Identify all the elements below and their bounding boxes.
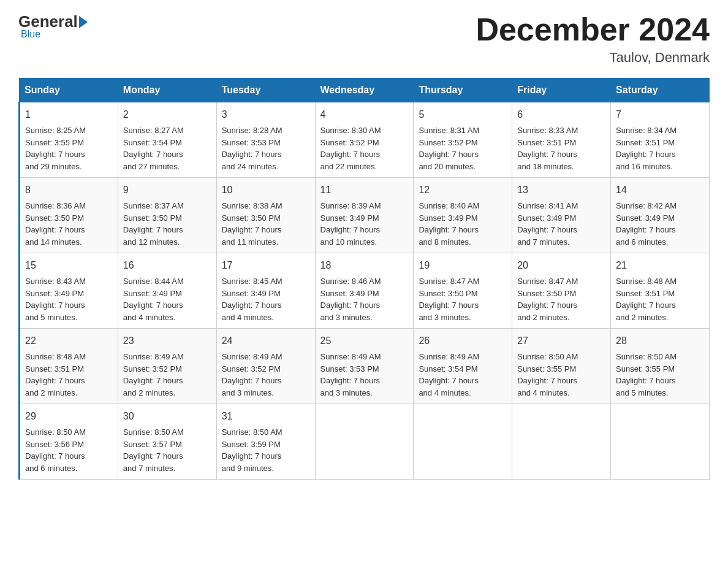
day-number: 9: [123, 183, 211, 197]
day-number: 7: [616, 107, 704, 122]
day-number: 17: [222, 258, 310, 273]
day-info: Sunrise: 8:38 AMSunset: 3:50 PMDaylight:…: [222, 200, 310, 248]
day-cell: 19Sunrise: 8:47 AMSunset: 3:50 PMDayligh…: [414, 253, 512, 329]
day-cell: 15Sunrise: 8:43 AMSunset: 3:49 PMDayligh…: [20, 253, 118, 329]
day-cell: 11Sunrise: 8:39 AMSunset: 3:49 PMDayligh…: [315, 178, 414, 253]
day-info: Sunrise: 8:41 AMSunset: 3:49 PMDaylight:…: [517, 200, 605, 248]
day-cell: 9Sunrise: 8:37 AMSunset: 3:50 PMDaylight…: [118, 178, 216, 253]
day-info: Sunrise: 8:50 AMSunset: 3:57 PMDaylight:…: [123, 426, 211, 474]
month-title: December 2024: [476, 12, 710, 47]
day-cell: [414, 404, 512, 480]
location: Taulov, Denmark: [476, 50, 710, 66]
day-cell: 14Sunrise: 8:42 AMSunset: 3:49 PMDayligh…: [611, 178, 710, 253]
day-cell: [512, 404, 611, 480]
day-info: Sunrise: 8:42 AMSunset: 3:49 PMDaylight:…: [616, 200, 704, 248]
header-tuesday: Tuesday: [216, 79, 315, 102]
day-number: 25: [320, 334, 409, 348]
day-info: Sunrise: 8:50 AMSunset: 3:55 PMDaylight:…: [616, 351, 704, 399]
day-cell: 30Sunrise: 8:50 AMSunset: 3:57 PMDayligh…: [118, 404, 216, 480]
day-number: 26: [419, 334, 507, 348]
day-number: 24: [222, 334, 310, 348]
day-info: Sunrise: 8:28 AMSunset: 3:53 PMDaylight:…: [222, 124, 310, 172]
day-cell: 7Sunrise: 8:34 AMSunset: 3:51 PMDaylight…: [611, 102, 710, 178]
day-info: Sunrise: 8:47 AMSunset: 3:50 PMDaylight:…: [517, 275, 605, 323]
day-info: Sunrise: 8:50 AMSunset: 3:56 PMDaylight:…: [25, 426, 113, 474]
day-number: 21: [616, 258, 704, 273]
header-wednesday: Wednesday: [315, 79, 414, 102]
day-number: 6: [517, 107, 605, 122]
day-number: 4: [320, 107, 409, 122]
day-number: 3: [222, 107, 310, 122]
day-info: Sunrise: 8:39 AMSunset: 3:49 PMDaylight:…: [320, 200, 409, 248]
day-number: 18: [320, 258, 409, 273]
day-number: 1: [25, 107, 113, 122]
day-cell: 21Sunrise: 8:48 AMSunset: 3:51 PMDayligh…: [611, 253, 710, 329]
day-cell: 6Sunrise: 8:33 AMSunset: 3:51 PMDaylight…: [512, 102, 611, 178]
calendar-table: SundayMondayTuesdayWednesdayThursdayFrid…: [18, 78, 710, 480]
day-number: 29: [25, 409, 113, 424]
day-number: 30: [123, 409, 211, 424]
day-info: Sunrise: 8:34 AMSunset: 3:51 PMDaylight:…: [616, 124, 704, 172]
day-info: Sunrise: 8:50 AMSunset: 3:55 PMDaylight:…: [517, 351, 605, 399]
day-cell: 10Sunrise: 8:38 AMSunset: 3:50 PMDayligh…: [216, 178, 315, 253]
day-cell: 3Sunrise: 8:28 AMSunset: 3:53 PMDaylight…: [216, 102, 315, 178]
day-info: Sunrise: 8:45 AMSunset: 3:49 PMDaylight:…: [222, 275, 310, 323]
day-number: 22: [25, 334, 113, 348]
day-cell: 1Sunrise: 8:25 AMSunset: 3:55 PMDaylight…: [20, 102, 118, 178]
day-info: Sunrise: 8:50 AMSunset: 3:59 PMDaylight:…: [222, 426, 310, 474]
day-info: Sunrise: 8:49 AMSunset: 3:53 PMDaylight:…: [320, 351, 409, 399]
day-cell: 25Sunrise: 8:49 AMSunset: 3:53 PMDayligh…: [315, 329, 414, 404]
week-row-4: 22Sunrise: 8:48 AMSunset: 3:51 PMDayligh…: [20, 329, 710, 404]
day-number: 14: [616, 183, 704, 197]
day-cell: 27Sunrise: 8:50 AMSunset: 3:55 PMDayligh…: [512, 329, 611, 404]
week-row-5: 29Sunrise: 8:50 AMSunset: 3:56 PMDayligh…: [20, 404, 710, 480]
day-number: 5: [419, 107, 507, 122]
day-cell: 18Sunrise: 8:46 AMSunset: 3:49 PMDayligh…: [315, 253, 414, 329]
day-number: 10: [222, 183, 310, 197]
day-info: Sunrise: 8:30 AMSunset: 3:52 PMDaylight:…: [320, 124, 409, 172]
logo-arrow-icon: [79, 16, 88, 28]
header-row: SundayMondayTuesdayWednesdayThursdayFrid…: [20, 79, 710, 102]
day-number: 20: [517, 258, 605, 273]
day-cell: 24Sunrise: 8:49 AMSunset: 3:52 PMDayligh…: [216, 329, 315, 404]
day-info: Sunrise: 8:31 AMSunset: 3:52 PMDaylight:…: [419, 124, 507, 172]
day-info: Sunrise: 8:48 AMSunset: 3:51 PMDaylight:…: [25, 351, 113, 399]
day-info: Sunrise: 8:25 AMSunset: 3:55 PMDaylight:…: [25, 124, 113, 172]
day-cell: 12Sunrise: 8:40 AMSunset: 3:49 PMDayligh…: [414, 178, 512, 253]
day-info: Sunrise: 8:48 AMSunset: 3:51 PMDaylight:…: [616, 275, 704, 323]
day-cell: 5Sunrise: 8:31 AMSunset: 3:52 PMDaylight…: [414, 102, 512, 178]
day-cell: 17Sunrise: 8:45 AMSunset: 3:49 PMDayligh…: [216, 253, 315, 329]
day-number: 15: [25, 258, 113, 273]
day-cell: 13Sunrise: 8:41 AMSunset: 3:49 PMDayligh…: [512, 178, 611, 253]
day-cell: 22Sunrise: 8:48 AMSunset: 3:51 PMDayligh…: [20, 329, 118, 404]
day-number: 27: [517, 334, 605, 348]
day-info: Sunrise: 8:49 AMSunset: 3:52 PMDaylight:…: [222, 351, 310, 399]
header-sunday: Sunday: [20, 79, 118, 102]
day-number: 19: [419, 258, 507, 273]
logo: General Blue: [18, 12, 89, 40]
day-number: 28: [616, 334, 704, 348]
header-friday: Friday: [512, 79, 611, 102]
day-number: 13: [517, 183, 605, 197]
logo-blue: Blue: [21, 29, 40, 40]
day-cell: 31Sunrise: 8:50 AMSunset: 3:59 PMDayligh…: [216, 404, 315, 480]
day-number: 16: [123, 258, 211, 273]
header-thursday: Thursday: [414, 79, 512, 102]
week-row-3: 15Sunrise: 8:43 AMSunset: 3:49 PMDayligh…: [20, 253, 710, 329]
week-row-1: 1Sunrise: 8:25 AMSunset: 3:55 PMDaylight…: [20, 102, 710, 178]
day-number: 31: [222, 409, 310, 424]
day-number: 2: [123, 107, 211, 122]
day-number: 23: [123, 334, 211, 348]
day-cell: [315, 404, 414, 480]
day-cell: 28Sunrise: 8:50 AMSunset: 3:55 PMDayligh…: [611, 329, 710, 404]
day-number: 11: [320, 183, 409, 197]
day-cell: 16Sunrise: 8:44 AMSunset: 3:49 PMDayligh…: [118, 253, 216, 329]
week-row-2: 8Sunrise: 8:36 AMSunset: 3:50 PMDaylight…: [20, 178, 710, 253]
day-info: Sunrise: 8:43 AMSunset: 3:49 PMDaylight:…: [25, 275, 113, 323]
day-info: Sunrise: 8:49 AMSunset: 3:52 PMDaylight:…: [123, 351, 211, 399]
day-info: Sunrise: 8:36 AMSunset: 3:50 PMDaylight:…: [25, 200, 113, 248]
header-monday: Monday: [118, 79, 216, 102]
day-cell: 23Sunrise: 8:49 AMSunset: 3:52 PMDayligh…: [118, 329, 216, 404]
day-cell: 2Sunrise: 8:27 AMSunset: 3:54 PMDaylight…: [118, 102, 216, 178]
day-cell: 29Sunrise: 8:50 AMSunset: 3:56 PMDayligh…: [20, 404, 118, 480]
